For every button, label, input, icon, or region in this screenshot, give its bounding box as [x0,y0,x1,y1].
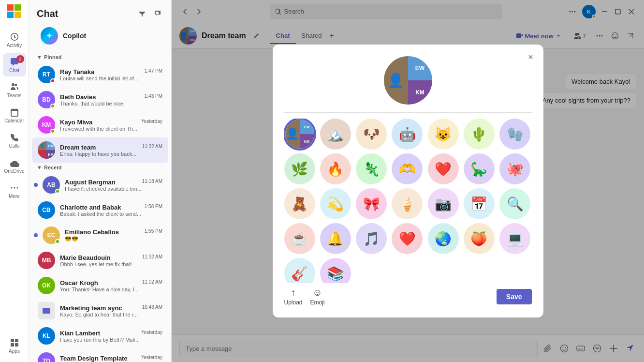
recent-section-label[interactable]: ▼ Recent [29,163,171,172]
chat-item-content: Kian Lambert Yesterday Have you run this… [60,330,162,343]
list-item[interactable]: BD Beth Davies 1:43 PM Thanks, that woul… [32,87,168,112]
sidebar-item-apps[interactable]: Apps [3,334,26,357]
list-item[interactable]: EC Emiliano Ceballos 1:55 PM 😎😎 [32,223,168,248]
list-item[interactable]: Marketing team sync 10:43 AM Kayo: So gl… [32,298,168,323]
list-item[interactable]: 👤 EW KM Dream team 11:32 AM Erika: Happy… [32,137,168,163]
sticker-item[interactable]: 🔍 [499,188,530,219]
svg-rect-3 [15,12,21,18]
avatar: AB [43,176,60,194]
sticker-item[interactable]: 👤 EW KM [284,119,315,150]
list-item[interactable]: TD Team Design Template Yesterday Reta: … [32,348,168,362]
modal-group-avatar: 👤 EW KM [384,56,432,105]
sidebar-item-calls[interactable]: Calls [3,129,26,152]
svg-rect-2 [7,12,14,18]
svg-rect-7 [11,339,14,342]
sticker-item[interactable]: 🏔️ [320,119,351,150]
sticker-item[interactable]: 🧸 [284,188,315,219]
chat-list-header: Chat [29,0,171,23]
chat-item-content: Oscar Krogh 11:02 AM You: Thanks! Have a… [60,279,162,292]
sticker-item[interactable]: 🐶 [356,119,387,150]
sticker-grid: 👤 EW KM 🏔️ 🐶 🤖 😺 🌵 🧤 🌿 [284,119,532,283]
new-chat-button[interactable] [152,8,163,19]
sidebar-item-more[interactable]: More [3,179,26,202]
pinned-section-label[interactable]: ▼ Pinned [29,52,171,62]
sticker-item[interactable]: 🎀 [356,188,387,219]
filter-button[interactable] [136,8,148,19]
avatar: EC [43,226,60,244]
sticker-item[interactable]: 🎸 [284,258,315,283]
upload-action[interactable]: ↑ Upload [284,287,303,306]
list-item[interactable]: RT Ray Tanaka 1:47 PM Louisa will send t… [32,62,168,87]
unread-indicator [34,183,38,187]
avatar: TD [38,352,55,362]
main-content: Search K 👤 EW KM [172,0,644,362]
status-indicator [50,104,55,108]
sidebar-item-chat[interactable]: 2 Chat [3,53,26,76]
modal-overlay: × 👤 EW KM 👤 [172,0,644,362]
chat-item-content: Kayo Miwa Yesterday I reviewed with the … [60,119,162,132]
chat-item-content: Charlotte and Babak 1:58 PM Babak: I ask… [60,204,162,217]
ms-logo [7,4,22,21]
save-button[interactable]: Save [497,289,532,304]
sticker-item[interactable]: 🔥 [320,153,351,184]
sticker-scroll: 👤 EW KM 🏔️ 🐶 🤖 😺 🌵 🧤 🌿 [284,119,532,283]
sticker-item[interactable]: 🌵 [464,119,495,150]
copilot-avatar: ✦ [41,27,58,45]
status-indicator [50,129,55,134]
list-item[interactable]: KL Kian Lambert Yesterday Have you run t… [32,323,168,348]
modal-footer: ↑ Upload ☺ Emoji Save [284,283,532,306]
sticker-item[interactable]: 🍦 [392,188,423,219]
sticker-item[interactable]: 🔔 [320,223,351,254]
sticker-item[interactable]: ❤️ [428,153,459,184]
svg-point-5 [14,187,15,188]
sticker-item[interactable]: 🧤 [499,119,530,150]
sticker-item[interactable]: ❤️ [392,223,423,254]
list-item[interactable]: OK Oscar Krogh 11:02 AM You: Thanks! Hav… [32,273,168,298]
copilot-item[interactable]: ✦ Copilot [33,23,167,48]
emoji-action[interactable]: ☺ Emoji [310,287,325,306]
chat-item-content: Ray Tanaka 1:47 PM Louisa will send the … [60,68,162,81]
sticker-item[interactable]: 🎵 [356,223,387,254]
svg-rect-10 [15,343,18,347]
status-indicator [50,78,55,83]
list-item[interactable]: KM Kayo Miwa Yesterday I reviewed with t… [32,112,168,137]
chat-badge: 2 [16,55,24,63]
sidebar-item-calendar[interactable]: Calendar [3,104,26,127]
sidebar-item-onedrive[interactable]: OneDrive [3,154,26,177]
sidebar-item-teams[interactable]: Teams [3,78,26,102]
group-avatar: 👤 EW KM [38,141,55,159]
sticker-item[interactable]: 🌏 [428,223,459,254]
svg-rect-1 [15,4,21,11]
list-item[interactable]: AB August Bergman 11:18 AM I haven't che… [32,172,168,197]
chat-item-content: Marie Beaudouin 11:32 AM Ohhh I see, yes… [60,254,162,267]
avatar: RT [38,66,55,83]
sticker-item[interactable]: 💫 [320,188,351,219]
sticker-item[interactable]: 📅 [464,188,495,219]
sidebar-item-activity[interactable]: Activity [3,28,26,51]
avatar: OK [38,277,55,294]
sticker-item[interactable]: 🦎 [356,153,387,184]
sticker-item[interactable]: 🦕 [464,153,495,184]
sticker-item[interactable]: 🤖 [392,119,423,150]
sticker-item[interactable]: ☕ [284,223,315,254]
icon-sidebar: Activity 2 Chat Teams Calendar Calls One… [0,0,29,362]
sticker-item[interactable]: 📚 [320,258,351,283]
sticker-item[interactable]: 💻 [499,223,530,254]
modal-close-button[interactable]: × [524,50,538,64]
avatar: KM [38,116,55,134]
chat-item-content: August Bergman 11:18 AM I haven't checke… [65,179,162,192]
sticker-item[interactable]: 🐙 [499,153,530,184]
chat-item-content: Dream team 11:32 AM Erika: Happy to have… [60,144,162,157]
svg-rect-9 [11,343,14,347]
chat-item-content: Team Design Template Yesterday Reta: Let… [60,355,162,362]
list-item[interactable]: CB Charlotte and Babak 1:58 PM Babak: I … [32,197,168,223]
list-item[interactable]: MB Marie Beaudouin 11:32 AM Ohhh I see, … [32,248,168,273]
status-indicator [55,189,60,194]
sticker-item[interactable]: 🌿 [284,153,315,184]
avatar: CB [38,201,55,219]
sticker-item[interactable]: 🍑 [464,223,495,254]
sticker-item[interactable]: 😺 [428,119,459,150]
sticker-item[interactable]: 📷 [428,188,459,219]
sticker-item[interactable]: 🫶 [392,153,423,184]
avatar: MB [38,252,55,269]
